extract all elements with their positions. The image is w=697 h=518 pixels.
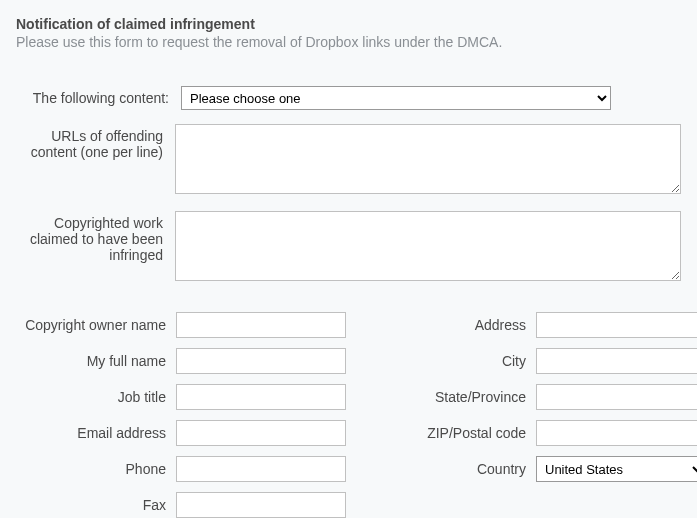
email-input[interactable] [176, 420, 346, 446]
city-label: City [376, 353, 536, 369]
page-title: Notification of claimed infringement [16, 16, 681, 32]
country-select[interactable]: United States [536, 456, 697, 482]
fax-label: Fax [16, 497, 176, 513]
owner-name-label: Copyright owner name [16, 317, 176, 333]
email-label: Email address [16, 425, 176, 441]
job-title-label: Job title [16, 389, 176, 405]
urls-label: URLs of offending content (one per line) [16, 124, 175, 160]
owner-name-input[interactable] [176, 312, 346, 338]
country-label: Country [376, 461, 536, 477]
page-subtitle: Please use this form to request the remo… [16, 34, 681, 50]
address-label: Address [376, 317, 536, 333]
following-content-label: The following content: [16, 86, 181, 106]
zip-label: ZIP/Postal code [376, 425, 536, 441]
state-label: State/Province [376, 389, 536, 405]
urls-textarea[interactable] [175, 124, 681, 194]
zip-input[interactable] [536, 420, 697, 446]
job-title-input[interactable] [176, 384, 346, 410]
address-input[interactable] [536, 312, 697, 338]
city-input[interactable] [536, 348, 697, 374]
full-name-label: My full name [16, 353, 176, 369]
copyrighted-work-label: Copyrighted work claimed to have been in… [16, 211, 175, 263]
phone-input[interactable] [176, 456, 346, 482]
fax-input[interactable] [176, 492, 346, 518]
copyrighted-work-textarea[interactable] [175, 211, 681, 281]
following-content-select[interactable]: Please choose one [181, 86, 611, 110]
phone-label: Phone [16, 461, 176, 477]
state-input[interactable] [536, 384, 697, 410]
full-name-input[interactable] [176, 348, 346, 374]
